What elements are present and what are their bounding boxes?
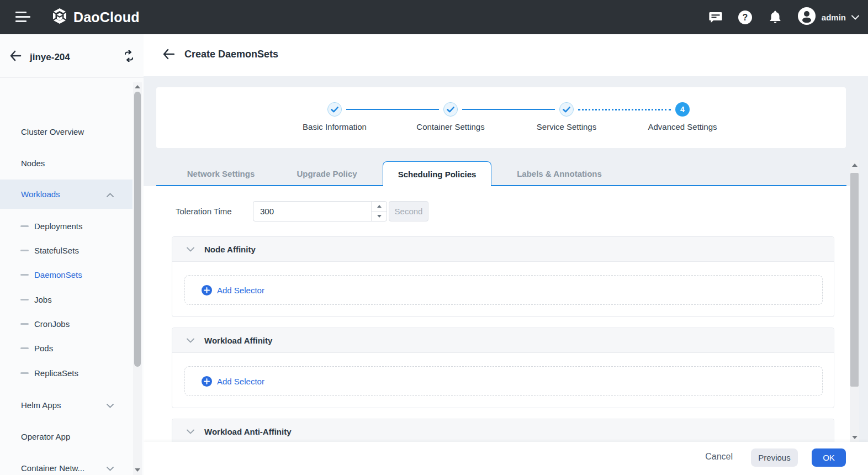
app-root: DaoCloud ? admin bbox=[0, 0, 868, 475]
topbar: DaoCloud ? admin bbox=[0, 0, 868, 34]
dash-icon bbox=[20, 372, 29, 374]
dash-icon bbox=[20, 299, 29, 300]
step-2-done-check-icon bbox=[443, 102, 458, 117]
number-spinner bbox=[371, 202, 387, 221]
step-3-label: Service Settings bbox=[506, 122, 627, 131]
switch-cluster-icon[interactable] bbox=[123, 50, 135, 64]
stepper: 4 Basic Information Container Settings S… bbox=[156, 87, 846, 148]
sidebar-item-container-network[interactable]: Container Netw... bbox=[0, 457, 133, 475]
cluster-name: jinye-204 bbox=[30, 52, 70, 63]
plus-icon bbox=[202, 285, 212, 295]
chevron-up-icon bbox=[107, 189, 114, 199]
chevron-down-icon[interactable] bbox=[851, 12, 859, 22]
tab-labels-annotations[interactable]: Labels & Annotations bbox=[507, 169, 612, 178]
svg-text:?: ? bbox=[743, 13, 748, 22]
username: admin bbox=[822, 13, 846, 22]
chevron-down-icon bbox=[187, 244, 194, 254]
toleration-time-input[interactable] bbox=[253, 201, 387, 221]
sidebar-item-deployments[interactable]: Deployments bbox=[0, 215, 133, 237]
step-1-label: Basic Information bbox=[274, 122, 395, 131]
page-header: Create DaemonSets bbox=[144, 34, 868, 76]
wizard-footer: Cancel Previous OK bbox=[144, 442, 868, 475]
sidebar-item-statefulsets[interactable]: StatefulSets bbox=[0, 239, 133, 261]
workload-affinity-section: Workload Affinity Add Selector bbox=[172, 328, 834, 408]
dash-icon bbox=[20, 347, 29, 349]
node-affinity-section: Node Affinity Add Selector bbox=[172, 236, 834, 317]
node-affinity-header[interactable]: Node Affinity bbox=[172, 237, 834, 262]
brand-name: DaoCloud bbox=[73, 9, 140, 25]
toleration-time-label: Toleration Time bbox=[176, 207, 232, 216]
sidebar-header: jinye-204 bbox=[0, 34, 144, 78]
tab-scheduling-policies[interactable]: Scheduling Policies bbox=[383, 161, 491, 186]
chevron-down-icon bbox=[107, 463, 114, 473]
toleration-unit-addon: Second bbox=[389, 201, 428, 221]
sidebar-item-daemonsets[interactable]: DaemonSets bbox=[0, 263, 133, 286]
step-4-current-badge: 4 bbox=[675, 102, 690, 117]
step-connector-dotted bbox=[578, 109, 671, 110]
section-title: Workload Anti-Affinity bbox=[204, 427, 292, 436]
chevron-down-icon bbox=[187, 426, 194, 436]
sidebar-scrollbar-thumb[interactable] bbox=[134, 92, 141, 367]
tab-underline bbox=[156, 185, 846, 186]
add-selector-button[interactable]: Add Selector bbox=[184, 275, 823, 305]
sidebar-item-pods[interactable]: Pods bbox=[0, 337, 133, 359]
step-1-done-check-icon bbox=[327, 102, 342, 117]
back-to-clusters-icon[interactable] bbox=[9, 50, 22, 64]
add-selector-button[interactable]: Add Selector bbox=[184, 366, 823, 396]
dash-icon bbox=[20, 225, 29, 227]
step-2-label: Container Settings bbox=[390, 122, 511, 131]
workload-anti-affinity-header[interactable]: Workload Anti-Affinity bbox=[172, 419, 834, 444]
dash-icon bbox=[20, 323, 29, 325]
plus-icon bbox=[202, 376, 212, 387]
step-4-label: Advanced Settings bbox=[622, 122, 743, 131]
sidebar-scroll-up-icon[interactable] bbox=[133, 82, 142, 91]
chevron-down-icon bbox=[107, 400, 114, 410]
brand[interactable]: DaoCloud bbox=[51, 7, 140, 27]
content-scroll-down-icon[interactable] bbox=[850, 432, 859, 442]
content-scroll-up-icon[interactable] bbox=[850, 160, 859, 170]
sidebar-item-helm-apps[interactable]: Helm Apps bbox=[0, 394, 133, 416]
sidebar-scroll-down-icon[interactable] bbox=[133, 466, 142, 474]
sidebar: jinye-204 Cluster Overview Nodes Workloa… bbox=[0, 34, 144, 475]
previous-button[interactable]: Previous bbox=[751, 448, 798, 467]
workload-affinity-header[interactable]: Workload Affinity bbox=[172, 328, 834, 353]
step-connector bbox=[462, 109, 555, 110]
help-icon[interactable]: ? bbox=[738, 9, 753, 25]
user-menu[interactable]: admin bbox=[797, 7, 859, 28]
message-icon[interactable] bbox=[708, 9, 723, 25]
sidebar-item-cronjobs[interactable]: CronJobs bbox=[0, 313, 133, 335]
chevron-down-icon bbox=[187, 335, 194, 345]
page-title: Create DaemonSets bbox=[184, 49, 278, 60]
step-connector bbox=[346, 109, 439, 110]
sidebar-item-replicasets[interactable]: ReplicaSets bbox=[0, 362, 133, 384]
notification-bell-icon[interactable] bbox=[768, 9, 783, 25]
page-back-icon[interactable] bbox=[162, 49, 174, 62]
sidebar-item-nodes[interactable]: Nodes bbox=[0, 152, 133, 174]
avatar bbox=[797, 7, 816, 28]
cancel-button[interactable]: Cancel bbox=[705, 452, 733, 462]
ok-button[interactable]: OK bbox=[812, 448, 846, 467]
tab-network-settings[interactable]: Network Settings bbox=[168, 169, 273, 178]
section-title: Node Affinity bbox=[204, 245, 256, 254]
sidebar-item-cluster-overview[interactable]: Cluster Overview bbox=[0, 120, 133, 142]
spinner-up-icon[interactable] bbox=[372, 202, 387, 211]
tab-upgrade-policy[interactable]: Upgrade Policy bbox=[274, 169, 379, 178]
sidebar-item-operator-app[interactable]: Operator App bbox=[0, 425, 133, 447]
sidebar-item-workloads[interactable]: Workloads bbox=[0, 180, 133, 209]
section-title: Workload Affinity bbox=[204, 336, 272, 345]
dash-icon bbox=[20, 250, 29, 251]
menu-toggle-icon[interactable] bbox=[15, 12, 31, 23]
step-3-done-check-icon bbox=[559, 102, 574, 117]
daocloud-logo-icon bbox=[51, 7, 68, 27]
dash-icon bbox=[20, 274, 29, 276]
sidebar-item-jobs[interactable]: Jobs bbox=[0, 288, 133, 310]
content-scrollbar-thumb[interactable] bbox=[850, 173, 859, 387]
spinner-down-icon[interactable] bbox=[372, 211, 387, 221]
